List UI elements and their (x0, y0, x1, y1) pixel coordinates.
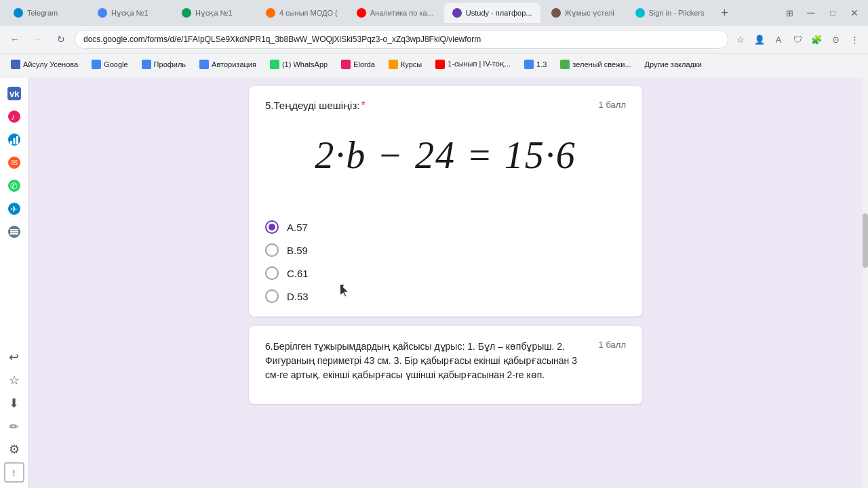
question6-header: 6.Берілген тұжырымдардың қайсысы дұрыс: … (265, 340, 626, 382)
bookmark-google[interactable]: Google (86, 57, 133, 72)
svg-text:✈: ✈ (10, 204, 18, 214)
whatsapp-bookmark-icon (270, 60, 279, 69)
bookmark-auth-label: Авторизация (212, 60, 256, 68)
tab-desk[interactable]: Жұмыс үстелі (543, 3, 625, 23)
option-d-label: D.53 (287, 291, 309, 302)
right-scrollbar[interactable] (863, 78, 868, 488)
tab-telegram[interactable]: Telegram (5, 3, 87, 23)
bookmark-auth[interactable]: Авторизация (194, 57, 262, 72)
svg-text:♪: ♪ (11, 112, 16, 122)
bookmark-class1-label: 1-сынып | IV-тоқ... (448, 60, 511, 68)
sidebar-telegram-icon[interactable]: ✈ (4, 199, 24, 219)
sidebar-history-icon[interactable]: ↩ (4, 347, 24, 367)
question5-title-text: 5.Теңдеуді шешіңіз: (265, 100, 359, 111)
option-c-radio[interactable] (265, 266, 279, 280)
option-d-row[interactable]: D.53 (265, 289, 626, 303)
tab-nuska2[interactable]: Нұсқа №1 (174, 3, 255, 23)
sidebar-menu-icon[interactable] (4, 222, 24, 242)
bookmark-star-icon[interactable]: ☆ (732, 31, 749, 47)
title-bar: Telegram Нұсқа №1 Нұсқа №1 4 сынып МОДО … (0, 0, 868, 26)
tab-nuska1[interactable]: Нұсқа №1 (90, 3, 171, 23)
bookmark-google-label: Google (104, 60, 127, 68)
tab-nuska2-label: Нұсқа №1 (195, 9, 233, 18)
question6-points: 1 балл (599, 340, 626, 350)
sidebar-music-icon[interactable]: ♪ (4, 106, 24, 127)
tab-ustudy[interactable]: Ustudy - платфор... (444, 3, 540, 23)
bookmark-aysulu[interactable]: Айсулу Усенова (5, 57, 83, 72)
address-text: docs.google.com/forms/d/e/1FAIpQLSe9XkdN… (83, 35, 481, 44)
equation-container: 2·b − 24 = 15·6 (265, 120, 626, 218)
tab-analytics[interactable]: Аналитика по ка... (349, 3, 441, 23)
option-d-radio[interactable] (265, 289, 279, 303)
bookmark-more[interactable]: Другие закладки (639, 57, 707, 72)
bookmark-13[interactable]: 1.3 (519, 57, 552, 72)
bookmark-13-label: 1.3 (536, 60, 547, 68)
kursy-bookmark-icon (389, 60, 398, 69)
option-a-label: A.57 (287, 222, 308, 233)
settings-icon[interactable]: ⋮ (846, 31, 863, 47)
bookmark-kursy[interactable]: Курсы (383, 57, 427, 72)
tab-plickers[interactable]: Sign in - Plickers (627, 3, 713, 23)
bookmark-kursy-label: Курсы (401, 60, 422, 68)
equation-display: 2·b − 24 = 15·6 (315, 134, 576, 177)
tab-desk-label: Жұмыс үстелі (565, 9, 614, 18)
close-window-icon[interactable]: ✕ (846, 5, 863, 21)
vk-bookmark-icon (11, 60, 20, 69)
extensions-icon[interactable]: 🧩 (808, 31, 825, 47)
account-icon[interactable]: ⊙ (827, 31, 844, 47)
plickers-tab-icon (635, 8, 645, 18)
bookmark-elorda[interactable]: Elorda (336, 57, 380, 72)
option-a-row[interactable]: A.57 (265, 220, 626, 234)
sidebar-star-icon[interactable]: ☆ (4, 370, 24, 390)
analytics-tab-icon (357, 8, 366, 18)
tab-analytics-label: Аналитика по ка... (370, 9, 433, 17)
svg-text:✆: ✆ (10, 181, 18, 191)
bookmark-profile-label: Профиль (154, 60, 186, 68)
reload-button[interactable]: ↻ (52, 30, 71, 49)
maximize-icon[interactable]: □ (825, 5, 841, 21)
tab-nuska1-label: Нұсқа №1 (111, 9, 149, 18)
modo-tab-icon (266, 8, 275, 18)
shield-icon[interactable]: 🛡 (789, 31, 806, 47)
bookmark-aysulu-label: Айсулу Усенова (23, 60, 78, 68)
bookmarks-bar: Айсулу Усенова Google Профиль Авторизаци… (0, 53, 868, 75)
required-star: * (361, 100, 365, 111)
address-bar[interactable]: docs.google.com/forms/d/e/1FAIpQLSe9XkdN… (75, 30, 728, 49)
bookmark-whatsapp[interactable]: (1) WhatsApp (264, 57, 333, 72)
sidebar-alert-icon[interactable]: ! (4, 462, 24, 483)
sidebar-mail-icon[interactable]: ✉ (4, 152, 24, 173)
option-c-row[interactable]: C.61 (265, 266, 626, 280)
tab-modo[interactable]: 4 сынып МОДО ( (258, 3, 346, 23)
bookmark-class1[interactable]: 1-сынып | IV-тоқ... (430, 57, 516, 72)
question5-points: 1 балл (599, 100, 626, 110)
option-c-label: C.61 (287, 268, 309, 279)
browser-chrome: Telegram Нұсқа №1 Нұсқа №1 4 сынып МОДО … (0, 0, 868, 78)
sidebar-download-icon[interactable]: ⬇ (4, 393, 24, 413)
profile-icon[interactable]: 👤 (751, 31, 768, 47)
question5-title: 5.Теңдеуді шешіңіз:* (265, 100, 366, 112)
bookmark-green[interactable]: зеленый свежи... (555, 57, 636, 72)
sidebar-pen-icon[interactable]: ✏ (4, 416, 24, 436)
question6-title: 6.Берілген тұжырымдардың қайсысы дұрыс: … (265, 340, 591, 382)
extensions-icon[interactable]: ⊞ (781, 5, 797, 21)
option-b-radio[interactable] (265, 243, 279, 257)
option-b-row[interactable]: B.59 (265, 243, 626, 257)
forward-button[interactable]: → (28, 30, 47, 49)
tab-modo-label: 4 сынып МОДО ( (279, 9, 338, 17)
translate-icon[interactable]: A (770, 31, 787, 47)
sidebar-vk-icon[interactable]: vk (4, 83, 24, 104)
ustudy-tab-icon (452, 8, 462, 18)
new-tab-button[interactable]: + (715, 3, 734, 22)
bookmark-profile[interactable]: Профиль (136, 57, 192, 72)
minimize-icon[interactable]: ─ (803, 5, 819, 21)
yt-bookmark-icon (435, 60, 445, 69)
left-sidebar: vk ♪ ✉ ✆ ✈ ↩ ☆ ⬇ ✏ ⚙ ! (0, 78, 28, 488)
option-a-radio[interactable] (265, 220, 279, 234)
sidebar-stats-icon[interactable] (4, 129, 24, 150)
back-button[interactable]: ← (5, 30, 24, 49)
bookmark-green-label: зеленый свежи... (572, 60, 631, 68)
sidebar-whatsapp-icon[interactable]: ✆ (4, 176, 24, 196)
sidebar-settings-icon[interactable]: ⚙ (4, 439, 24, 460)
scrollbar-thumb[interactable] (863, 214, 868, 268)
bookmark13-icon (524, 60, 534, 69)
